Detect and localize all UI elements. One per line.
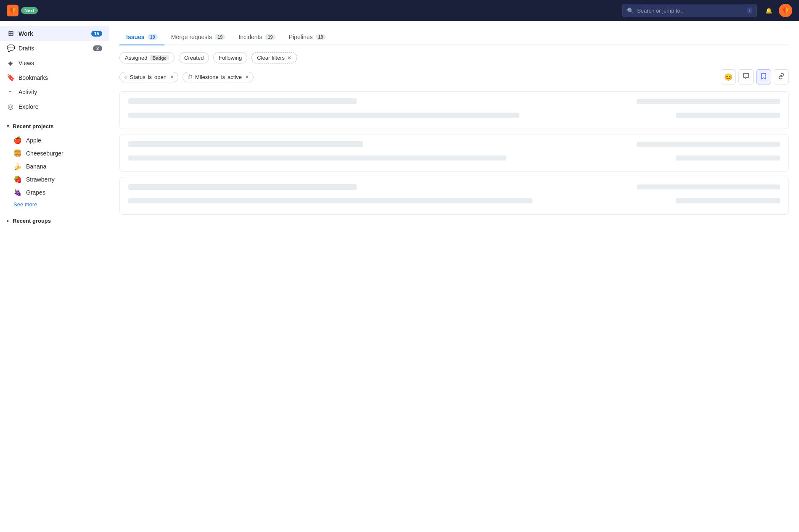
link-action-button[interactable] <box>774 69 789 84</box>
skeleton-title-2 <box>128 141 363 147</box>
cheeseburger-emoji-icon: 🍔 <box>13 149 22 157</box>
tab-issues[interactable]: Issues 19 <box>119 29 164 45</box>
see-more-link[interactable]: See more <box>0 199 109 210</box>
action-icon-group: 😊 <box>721 69 789 84</box>
drafts-icon: 💬 <box>7 44 14 52</box>
tab-merge-requests[interactable]: Merge requests 19 <box>164 29 232 45</box>
card-row-1 <box>128 98 780 108</box>
bookmark-icon <box>760 73 767 81</box>
sidebar-item-explore[interactable]: ◎ Explore <box>0 99 109 114</box>
drafts-label: Drafts <box>19 45 89 52</box>
next-badge: Next <box>21 7 38 14</box>
main-content: Issues 19 Merge requests 19 Incidents 19… <box>109 21 799 532</box>
milestone-filter-close-icon[interactable]: ✕ <box>245 74 249 80</box>
assigned-filter-label: Assigned <box>125 55 147 61</box>
status-filter-close-icon[interactable]: ✕ <box>170 74 174 80</box>
activity-label: Activity <box>19 89 102 95</box>
banana-emoji-icon: 🍌 <box>13 162 22 170</box>
comment-icon <box>743 73 749 81</box>
assigned-filter-badge: Badge <box>150 55 169 61</box>
topnav-icon-group: 🔔 <box>762 4 792 17</box>
link-icon <box>778 73 785 81</box>
clear-filters-label: Clear filters <box>257 55 285 61</box>
work-label: Work <box>19 30 87 37</box>
skeleton-meta-3 <box>637 142 780 147</box>
following-filter-chip[interactable]: Following <box>213 52 247 63</box>
tab-merge-requests-count: 19 <box>215 34 225 40</box>
tab-pipelines[interactable]: Pipelines 19 <box>282 29 333 45</box>
bookmark-action-button[interactable] <box>756 69 771 84</box>
main-layout: ⊞ Work 15 💬 Drafts 2 ◈ Views 🔖 Bookmarks… <box>0 21 799 532</box>
project-apple-label: Apple <box>26 137 41 144</box>
sidebar-item-drafts[interactable]: 💬 Drafts 2 <box>0 41 109 55</box>
search-bar[interactable]: 🔍 Search or jump to... / <box>622 4 757 17</box>
card-row-4 <box>128 155 780 165</box>
explore-label: Explore <box>19 103 102 110</box>
emoji-action-button[interactable]: 😊 <box>721 69 736 84</box>
fox-avatar-icon <box>779 4 792 17</box>
skeleton-meta-5 <box>637 184 780 190</box>
apple-emoji-icon: 🍎 <box>13 136 22 144</box>
status-circle-icon: ○ <box>124 74 127 80</box>
project-cheeseburger-label: Cheeseburger <box>26 150 63 157</box>
notification-button[interactable]: 🔔 <box>762 4 775 17</box>
created-filter-label: Created <box>184 55 204 61</box>
issue-card-2[interactable] <box>119 134 789 172</box>
work-icon: ⊞ <box>7 29 14 37</box>
recent-groups-header[interactable]: ▸ Recent groups <box>0 213 109 228</box>
project-banana[interactable]: 🍌 Banana <box>0 160 109 173</box>
sidebar-item-work[interactable]: ⊞ Work 15 <box>0 26 109 41</box>
search-placeholder-text: Search or jump to... <box>637 8 685 14</box>
card-row-6 <box>128 198 780 208</box>
clear-filters-chip[interactable]: Clear filters ✕ <box>251 52 297 63</box>
skeleton-desc-1 <box>128 113 519 118</box>
tab-pipelines-label: Pipelines <box>289 34 313 40</box>
tab-incidents[interactable]: Incidents 19 <box>232 29 282 45</box>
created-filter-chip[interactable]: Created <box>179 52 209 63</box>
card-row-5 <box>128 184 780 194</box>
project-grapes-label: Grapes <box>26 189 45 196</box>
project-banana-label: Banana <box>26 163 46 170</box>
search-icon: 🔍 <box>627 8 634 14</box>
issue-card-1[interactable] <box>119 91 789 129</box>
fox-logo-icon <box>7 5 19 16</box>
comment-action-button[interactable] <box>738 69 754 84</box>
drafts-count-badge: 2 <box>93 45 102 51</box>
project-apple[interactable]: 🍎 Apple <box>0 134 109 147</box>
user-avatar[interactable] <box>779 4 792 17</box>
clear-filters-close-icon[interactable]: ✕ <box>287 55 291 61</box>
milestone-filter-tag[interactable]: ⏱ Milestone is active ✕ <box>183 72 254 82</box>
sidebar-item-activity[interactable]: ~ Activity <box>0 85 109 99</box>
status-filter-operator: is <box>148 74 152 80</box>
status-filter-tag[interactable]: ○ Status is open ✕ <box>119 72 178 82</box>
tab-pipelines-count: 19 <box>316 34 326 40</box>
sidebar-item-bookmarks[interactable]: 🔖 Bookmarks <box>0 70 109 85</box>
tab-issues-label: Issues <box>126 34 145 40</box>
views-label: Views <box>19 60 102 66</box>
logo-area[interactable]: Next <box>7 5 38 16</box>
recent-projects-header[interactable]: ▾ Recent projects <box>0 119 109 134</box>
project-strawberry[interactable]: 🍓 Strawberry <box>0 173 109 186</box>
skeleton-meta-2 <box>676 113 780 118</box>
card-row-3 <box>128 141 780 151</box>
issue-card-3[interactable] <box>119 177 789 215</box>
skeleton-meta-1 <box>637 99 780 104</box>
tab-issues-count: 19 <box>148 34 158 40</box>
card-row-2 <box>128 113 780 122</box>
top-navigation: Next 🔍 Search or jump to... / 🔔 <box>0 0 799 21</box>
status-filter-key: Status <box>130 74 146 80</box>
emoji-icon: 😊 <box>724 73 733 81</box>
tab-merge-requests-label: Merge requests <box>171 34 212 40</box>
skeleton-title-1 <box>128 98 357 104</box>
following-filter-label: Following <box>219 55 242 61</box>
recent-groups-label: Recent groups <box>13 218 51 224</box>
views-icon: ◈ <box>7 59 14 67</box>
project-grapes[interactable]: 🍇 Grapes <box>0 186 109 199</box>
chevron-down-icon: ▾ <box>7 124 9 129</box>
skeleton-title-3 <box>128 184 357 190</box>
sidebar-item-views[interactable]: ◈ Views <box>0 55 109 70</box>
project-cheeseburger[interactable]: 🍔 Cheeseburger <box>0 147 109 160</box>
assigned-filter-chip[interactable]: Assigned Badge <box>119 52 175 63</box>
project-strawberry-label: Strawberry <box>26 176 55 183</box>
active-filters-bar: ○ Status is open ✕ ⏱ Milestone is active… <box>119 69 789 84</box>
